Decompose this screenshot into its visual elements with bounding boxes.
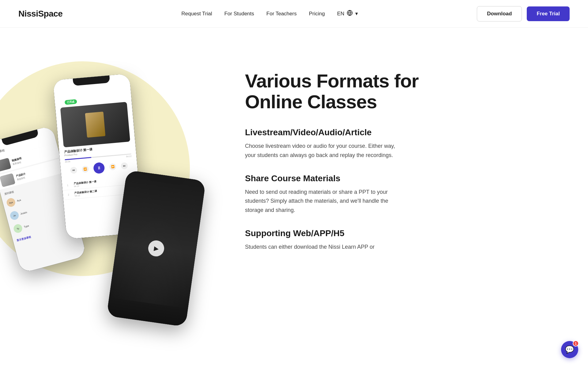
avatar-label: Aya bbox=[17, 198, 21, 202]
avatar: Ty bbox=[13, 223, 23, 234]
progress-total: 54:12 bbox=[126, 155, 132, 158]
playlist-num: 2 bbox=[68, 193, 72, 196]
skip-forward-btn[interactable]: ⏭ bbox=[121, 162, 128, 170]
hero-section: 视频课程 视频课程 最新课程 产品设计 最新课程 bbox=[0, 28, 588, 368]
forward-btn[interactable]: ⏩ bbox=[109, 163, 116, 171]
course-thumb-photo bbox=[0, 173, 15, 187]
feature-1-title: Livestream/Video/Audio/Article bbox=[245, 128, 551, 137]
avatar-label: Joskin bbox=[20, 211, 27, 215]
rewind-btn[interactable]: ⏪ bbox=[82, 166, 89, 173]
feature-3: Supporting Web/APP/H5 Students can eithe… bbox=[245, 228, 551, 252]
hero-title: Various Formats for Online Classes bbox=[245, 71, 551, 112]
hero-title-line1: Various Formats for bbox=[245, 70, 419, 91]
video-lighting bbox=[109, 206, 201, 309]
nav-for-students[interactable]: For Students bbox=[224, 11, 254, 17]
navbar: NissiSpace Request Trial For Students Fo… bbox=[0, 0, 588, 28]
feature-2-desc: Need to send out reading materials or sh… bbox=[245, 188, 404, 215]
brand-logo[interactable]: NissiSpace bbox=[18, 9, 62, 19]
course-thumb-video bbox=[0, 158, 11, 172]
play-pause-btn[interactable]: ⏸ bbox=[93, 162, 105, 174]
chat-widget[interactable]: 💬 1 bbox=[561, 341, 578, 358]
progress-current: 46:06 bbox=[65, 160, 70, 163]
playlist-num: 1 bbox=[67, 183, 71, 186]
avatar: Aya bbox=[6, 197, 16, 208]
download-button[interactable]: Download bbox=[477, 6, 522, 21]
feature-2: Share Course Materials Need to send out … bbox=[245, 174, 551, 215]
player-cover bbox=[60, 102, 130, 148]
nav-for-teachers[interactable]: For Teachers bbox=[266, 11, 297, 17]
nav-pricing[interactable]: Pricing bbox=[309, 11, 325, 17]
hero-title-line2: Online Classes bbox=[245, 91, 377, 112]
feature-1: Livestream/Video/Audio/Article Choose li… bbox=[245, 128, 551, 160]
nav-request-trial[interactable]: Request Trial bbox=[181, 11, 212, 17]
free-trial-button[interactable]: Free Trial bbox=[527, 6, 570, 21]
skip-back-btn[interactable]: ⏮ bbox=[70, 167, 77, 174]
phones-illustration: 视频课程 视频课程 最新课程 产品设计 最新课程 bbox=[0, 46, 221, 353]
feature-3-desc: Students can either download the Nissi L… bbox=[245, 243, 404, 252]
completed-badge: 已完成 bbox=[65, 99, 77, 105]
globe-icon bbox=[347, 10, 353, 17]
feature-3-title: Supporting Web/APP/H5 bbox=[245, 228, 551, 238]
avatar: Jo bbox=[9, 210, 20, 221]
nav-actions: Download Free Trial bbox=[477, 6, 570, 21]
hero-content: Various Formats for Online Classes Lives… bbox=[221, 46, 570, 265]
lang-switcher[interactable]: EN ▾ bbox=[337, 10, 358, 17]
feature-2-title: Share Course Materials bbox=[245, 174, 551, 183]
lang-label: EN bbox=[337, 11, 345, 17]
chevron-down-icon: ▾ bbox=[355, 10, 358, 17]
player-cover-inner bbox=[85, 112, 106, 138]
feature-1-desc: Choose livestream video or audio for you… bbox=[245, 142, 404, 160]
avatar-label: Type bbox=[24, 224, 29, 228]
chat-badge: 1 bbox=[573, 340, 579, 347]
chat-icon: 💬 bbox=[565, 345, 574, 354]
nav-links: Request Trial For Students For Teachers … bbox=[181, 10, 358, 17]
